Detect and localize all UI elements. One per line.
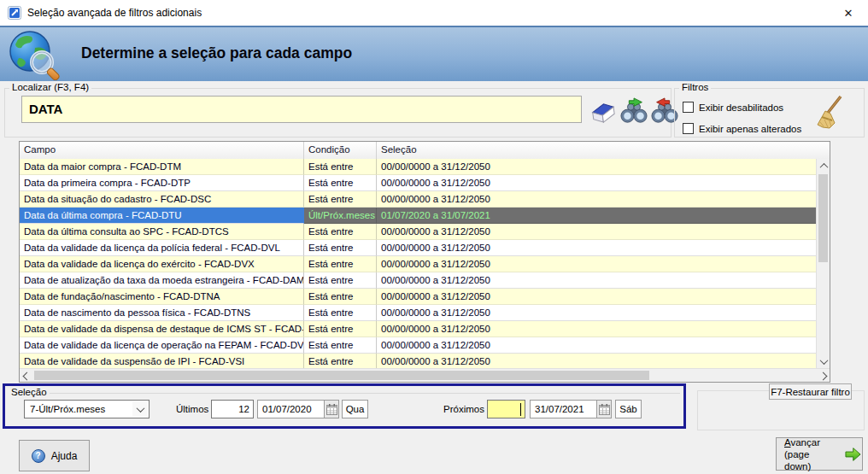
ultimos-label: Últimos	[176, 400, 208, 418]
table-cell-campo[interactable]: Data da validade da licença do exército …	[20, 256, 304, 272]
scroll-left-icon[interactable]	[20, 369, 33, 383]
localizar-group-label: Localizar (F3, F4)	[9, 82, 91, 92]
table-cell-selecao[interactable]: 00/00/0000 a 31/12/2050	[377, 321, 816, 337]
table-row[interactable]: Data da primeira compra - FCAD-DTPEstá e…	[20, 175, 816, 191]
scroll-down-icon[interactable]	[817, 354, 830, 368]
table-body: Data da maior compra - FCAD-DTMEstá entr…	[20, 159, 816, 368]
table-row[interactable]: Data da maior compra - FCAD-DTMEstá entr…	[20, 159, 816, 175]
table-cell-selecao[interactable]: 00/00/0000 a 31/12/2050	[377, 305, 816, 321]
table-row[interactable]: Data de validade da licença de operação …	[20, 337, 816, 354]
table-cell-condicao[interactable]: Está entre	[304, 175, 377, 191]
ajuda-button[interactable]: ? Ajuda	[19, 440, 90, 471]
table-cell-selecao[interactable]: 00/00/0000 a 31/12/2050	[377, 159, 816, 175]
table-cell-condicao[interactable]: Está entre	[304, 337, 377, 354]
calendar-icon-final[interactable]	[596, 400, 612, 418]
eraser-icon[interactable]	[588, 100, 619, 127]
horizontal-scroll-thumb[interactable]	[34, 371, 649, 380]
table-row[interactable]: Data da situação do cadastro - FCAD-DSCE…	[20, 191, 816, 208]
table-row[interactable]: Data de nascimento da pessoa física - FC…	[20, 305, 816, 321]
table-cell-campo[interactable]: Data da última consulta ao SPC - FCAD-DT…	[20, 224, 304, 240]
checkbox-row-desabilitados[interactable]: Exibir desabilitados	[683, 102, 783, 113]
table-cell-campo[interactable]: Data de atualização da taxa da moeda est…	[20, 272, 304, 289]
table-cell-condicao[interactable]: Está entre	[304, 289, 377, 305]
page-title: Determine a seleção para cada campo	[81, 44, 352, 62]
scroll-right-icon[interactable]	[816, 369, 830, 383]
chevron-down-icon[interactable]	[132, 401, 148, 417]
table-cell-campo[interactable]: Data da validade da licença da polícia f…	[20, 240, 304, 256]
table-cell-condicao[interactable]: Está entre	[304, 240, 377, 256]
table-cell-condicao[interactable]: Está entre	[304, 305, 377, 321]
table-cell-selecao[interactable]: 00/00/0000 a 31/12/2050	[377, 191, 816, 208]
horizontal-scrollbar[interactable]	[20, 368, 830, 382]
table-cell-campo[interactable]: Data de fundação/nascimento - FCAD-DTNA	[20, 289, 304, 305]
exibir-apenas-alterados-checkbox[interactable]	[683, 123, 694, 134]
table-header: Campo Condição Seleção	[20, 142, 830, 160]
table-cell-campo[interactable]: Data da última compra - FCAD-DTU	[20, 208, 304, 224]
table-cell-selecao[interactable]: 00/00/0000 a 31/12/2050	[377, 175, 816, 191]
table-row[interactable]: Data da validade da licença do exército …	[20, 256, 816, 272]
avancar-button[interactable]: Avançar (page down)	[776, 437, 863, 471]
selecao-group-line	[9, 393, 680, 394]
green-arrow-icon	[844, 447, 862, 462]
ultimos-qtd-input[interactable]: 12	[211, 400, 254, 418]
table-cell-condicao[interactable]: Está entre	[304, 272, 377, 289]
column-header-campo[interactable]: Campo	[20, 142, 304, 159]
table-cell-selecao[interactable]: 00/00/0000 a 31/12/2050	[377, 224, 816, 240]
table-row[interactable]: Data da última compra - FCAD-DTUÚlt/Próx…	[20, 208, 816, 224]
table-row[interactable]: Data de fundação/nascimento - FCAD-DTNAE…	[20, 289, 816, 305]
text-caret	[520, 403, 521, 416]
table-cell-condicao[interactable]: Está entre	[304, 354, 377, 368]
broom-icon[interactable]	[812, 94, 847, 132]
dia-inicial-button[interactable]: Qua	[342, 400, 368, 418]
search-input[interactable]: DATA	[21, 96, 582, 123]
table-cell-campo[interactable]: Data da situação do cadastro - FCAD-DSC	[20, 191, 304, 208]
tipo-selecao-dropdown[interactable]: 7-Últ/Próx.meses	[24, 400, 150, 418]
table-cell-selecao[interactable]: 00/00/0000 a 31/12/2050	[377, 354, 816, 368]
table-cell-selecao[interactable]: 00/00/0000 a 31/12/2050	[377, 289, 816, 305]
table-cell-condicao[interactable]: Está entre	[304, 224, 377, 240]
data-inicial-field[interactable]: 01/07/2020	[257, 400, 325, 418]
table-row[interactable]: Data da última consulta ao SPC - FCAD-DT…	[20, 224, 816, 240]
table-cell-condicao[interactable]: Está entre	[304, 191, 377, 208]
proximos-label: Próximos	[443, 400, 484, 418]
vertical-scrollbar[interactable]	[816, 159, 830, 368]
data-final-field[interactable]: 31/07/2021	[530, 400, 597, 418]
table-cell-campo[interactable]: Data de validade da dispensa de destaque…	[20, 321, 304, 337]
proximos-qtd-input[interactable]	[487, 400, 525, 418]
table-row[interactable]: Data da validade da licença da polícia f…	[20, 240, 816, 256]
table-row[interactable]: Data de validade da dispensa de destaque…	[20, 321, 816, 337]
title-bar: Seleção avançada de filtros adicionais ✕	[0, 0, 868, 26]
table-cell-condicao[interactable]: Está entre	[304, 159, 377, 175]
table-cell-campo[interactable]: Data da maior compra - FCAD-DTM	[20, 159, 304, 175]
column-header-condicao[interactable]: Condição	[304, 142, 377, 159]
table-cell-campo[interactable]: Data de validade da licença de operação …	[20, 337, 304, 354]
table-row[interactable]: Data de validade da suspensão de IPI - F…	[20, 354, 816, 368]
selecao-group-label: Seleção	[9, 387, 50, 397]
ajuda-button-label: Ajuda	[51, 450, 78, 462]
checkbox-row-alterados[interactable]: Exibir apenas alterados	[683, 123, 801, 134]
find-next-binoculars-icon[interactable]	[619, 97, 649, 125]
table-cell-campo[interactable]: Data da primeira compra - FCAD-DTP	[20, 175, 304, 191]
exibir-desabilitados-checkbox[interactable]	[683, 102, 694, 113]
close-icon[interactable]: ✕	[829, 0, 868, 26]
table-row[interactable]: Data de atualização da taxa da moeda est…	[20, 272, 816, 289]
table-cell-condicao[interactable]: Está entre	[304, 321, 377, 337]
table-cell-selecao[interactable]: 01/07/2020 a 31/07/2021	[377, 208, 816, 224]
header-band: Determine a seleção para cada campo	[0, 26, 868, 81]
table-cell-campo[interactable]: Data de nascimento da pessoa física - FC…	[20, 305, 304, 321]
table-cell-selecao[interactable]: 00/00/0000 a 31/12/2050	[377, 272, 816, 289]
avancar-button-label: Avançar (page down)	[784, 436, 837, 472]
column-header-selecao[interactable]: Seleção	[377, 142, 830, 159]
calendar-icon-inicial[interactable]	[324, 400, 339, 418]
table-cell-selecao[interactable]: 00/00/0000 a 31/12/2050	[377, 256, 816, 272]
restaurar-filtro-button[interactable]: F7-Restaurar filtro	[769, 383, 852, 400]
table-cell-selecao[interactable]: 00/00/0000 a 31/12/2050	[377, 240, 816, 256]
scroll-up-icon[interactable]	[817, 159, 830, 173]
window-title: Seleção avançada de filtros adicionais	[27, 7, 202, 19]
table-cell-campo[interactable]: Data de validade da suspensão de IPI - F…	[20, 354, 304, 368]
table-cell-condicao[interactable]: Últ/Próx.meses	[304, 208, 377, 224]
dia-final-button[interactable]: Sáb	[615, 400, 642, 418]
table-cell-condicao[interactable]: Está entre	[304, 256, 377, 272]
table-cell-selecao[interactable]: 00/00/0000 a 31/12/2050	[377, 337, 816, 354]
vertical-scroll-thumb[interactable]	[818, 174, 828, 262]
